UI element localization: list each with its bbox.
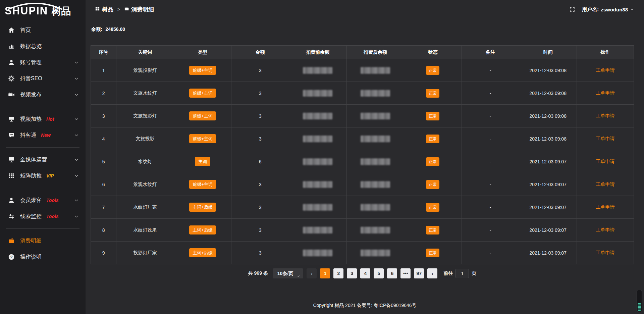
cell-status: 正常: [404, 82, 462, 105]
cell-action: 工单申请: [577, 127, 634, 150]
wallet-icon: [8, 238, 15, 244]
work-order-link[interactable]: 工单申请: [596, 159, 614, 164]
sidebar-item-video-heat[interactable]: 视频加热Hot: [0, 111, 86, 127]
status-badge: 正常: [426, 135, 439, 143]
sidebar-item-consumption-detail[interactable]: 消费明细: [0, 233, 86, 249]
column-header: 金额: [231, 46, 289, 59]
breadcrumb-item-shupin[interactable]: 树品: [95, 6, 113, 13]
work-order-link[interactable]: 工单申请: [596, 181, 614, 187]
sidebar-divider: [6, 147, 79, 148]
page-size-select[interactable]: 10条/页: [273, 268, 303, 278]
type-badge: 前缀+主词: [189, 134, 216, 143]
cell-action: 工单申请: [577, 82, 634, 105]
cell-type: 前缀+主词: [174, 82, 231, 105]
fullscreen-icon[interactable]: [569, 6, 575, 12]
work-order-link[interactable]: 工单申请: [596, 250, 614, 255]
cell-index: 1: [91, 59, 116, 82]
column-header: 状态: [404, 46, 462, 59]
page-button-5[interactable]: 5: [374, 268, 384, 278]
work-order-link[interactable]: 工单申请: [596, 204, 614, 210]
sidebar-item-member-baoke[interactable]: 会员爆客Tools: [0, 192, 86, 208]
sidebar-item-douyin-seo[interactable]: 抖音SEO: [0, 70, 86, 87]
cell-amount: 3: [231, 127, 289, 150]
work-order-link[interactable]: 工单申请: [596, 90, 614, 96]
user-icon: [8, 59, 15, 66]
cell-time: 2021-12-03 09:07: [519, 196, 577, 219]
cell-post-balance: [346, 173, 404, 196]
goto-label: 前往: [443, 270, 453, 276]
sidebar-item-tag: VIP: [46, 173, 54, 178]
page-button-2[interactable]: 2: [333, 268, 343, 278]
work-order-link[interactable]: 工单申请: [596, 136, 614, 141]
sidebar-item-matrix-boost[interactable]: 矩阵助推VIP: [0, 168, 86, 184]
page-button-3[interactable]: 3: [347, 268, 357, 278]
table-row: 6景观水纹灯前缀+主词3正常-2021-12-03 09:07工单申请: [91, 173, 634, 196]
cell-pre-balance: [289, 173, 346, 196]
censored-balance: [303, 250, 332, 256]
cell-status: 正常: [404, 173, 462, 196]
cell-status: 正常: [404, 59, 462, 82]
next-page-button[interactable]: ›: [427, 268, 437, 278]
cell-amount: 3: [231, 82, 289, 105]
sidebar-item-video-publish[interactable]: 视频发布: [0, 87, 86, 103]
sidebar-item-account-management[interactable]: 账号管理: [0, 54, 86, 70]
user-name: zswodun88: [601, 7, 628, 12]
censored-balance: [361, 158, 390, 165]
sidebar-item-tag: Hot: [46, 116, 54, 122]
cell-type: 主词: [174, 150, 231, 173]
grid-icon: [95, 6, 100, 13]
censored-balance: [361, 227, 390, 233]
page-button-4[interactable]: 4: [360, 268, 370, 278]
censored-balance: [303, 227, 332, 233]
censored-balance: [361, 250, 390, 256]
breadcrumb: 树品>消费明细: [95, 6, 154, 13]
page-button-6[interactable]: 6: [387, 268, 397, 278]
sidebar-item-douketong[interactable]: 抖客通New: [0, 127, 86, 143]
work-order-link[interactable]: 工单申请: [596, 67, 614, 73]
column-header: 备注: [462, 46, 519, 59]
cell-type: 主词+后缀: [174, 219, 231, 242]
sidebar-item-label: 全媒体运营: [20, 156, 47, 163]
breadcrumb-item-consumption-detail[interactable]: 消费明细: [124, 6, 154, 13]
work-order-link[interactable]: 工单申请: [596, 227, 614, 232]
sidebar-item-clue-monitor[interactable]: 线索监控Tools: [0, 208, 86, 224]
cell-post-balance: [346, 242, 404, 264]
page-button-97[interactable]: 97: [414, 268, 424, 278]
cell-note: -: [462, 219, 519, 242]
table-header-row: 序号关键词类型金额扣费前余额扣费后余额状态备注时间操作: [91, 46, 634, 59]
user-menu[interactable]: 用户名: zswodun88: [582, 6, 634, 13]
cell-time: 2021-12-03 09:07: [519, 219, 577, 242]
cell-keyword: 文旅投影灯: [116, 105, 174, 127]
prev-page-button[interactable]: ‹: [307, 268, 317, 278]
goto-page: 前往 页: [443, 269, 476, 278]
cell-note: -: [462, 82, 519, 105]
chat-icon: [8, 132, 15, 139]
column-header: 扣费后余额: [346, 46, 404, 59]
sidebar-item-data-overview[interactable]: 数据总览: [0, 38, 86, 54]
cell-amount: 6: [231, 150, 289, 173]
cell-keyword: 水纹灯效果: [116, 219, 174, 242]
goto-page-input[interactable]: [455, 269, 469, 278]
cell-amount: 3: [231, 242, 289, 264]
work-order-link[interactable]: 工单申请: [596, 113, 614, 118]
sidebar-item-instructions[interactable]: ?操作说明: [0, 249, 86, 265]
column-header: 操作: [577, 46, 634, 59]
cell-keyword: 文旅投影: [116, 127, 174, 150]
cell-keyword: 水纹灯厂家: [116, 196, 174, 219]
type-badge: 主词+后缀: [189, 203, 216, 212]
status-badge: 正常: [426, 203, 439, 212]
cell-pre-balance: [289, 196, 346, 219]
cell-note: -: [462, 127, 519, 150]
page-ellipsis-button[interactable]: •••: [400, 268, 411, 278]
cell-post-balance: [346, 150, 404, 173]
balance-value: 24856.00: [106, 27, 125, 32]
type-badge: 主词: [195, 157, 210, 166]
chevron-left-icon: ‹: [311, 271, 313, 276]
status-badge: 正常: [426, 180, 439, 189]
cell-index: 5: [91, 150, 116, 173]
sidebar-item-omni-media[interactable]: 全媒体运营: [0, 152, 86, 168]
sidebar-item-home[interactable]: 首页: [0, 22, 86, 38]
scroll-widget[interactable]: [637, 290, 642, 312]
page-button-1[interactable]: 1: [320, 268, 330, 278]
chevron-down-icon: [296, 271, 300, 281]
